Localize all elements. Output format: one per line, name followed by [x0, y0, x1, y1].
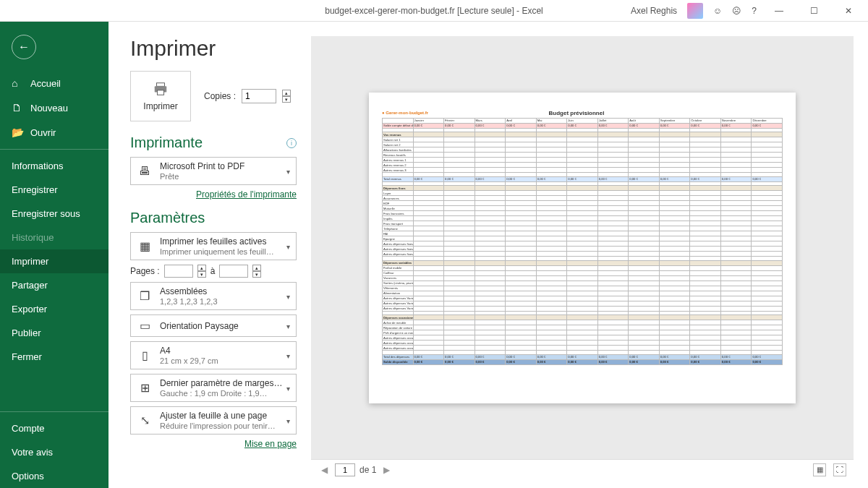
chevron-down-icon: ▾ [286, 242, 290, 250]
print-settings-panel: Imprimer Imprimer Copies : ▴ ▾ Imprimant… [109, 22, 311, 488]
nav-account[interactable]: Compte [0, 416, 109, 440]
chevron-down-icon: ▾ [286, 351, 290, 359]
document-title: budget-excel-gerer-mon-budget.fr [Lectur… [325, 6, 542, 16]
scaling-selector[interactable]: ⤡ Ajuster la feuille à une page Réduire … [130, 406, 297, 435]
nav-print[interactable]: Imprimer [0, 249, 109, 273]
printer-selector[interactable]: 🖶 Microsoft Print to PDF Prête ▾ [130, 157, 297, 185]
nav-new[interactable]: 🗋Nouveau [0, 95, 109, 120]
nav-history: Historique [0, 226, 109, 249]
feedback-sad-icon[interactable]: ☹ [732, 6, 741, 16]
paper-size-selector[interactable]: ▯ A4 21 cm x 29,7 cm ▾ [130, 341, 297, 369]
user-name: Axel Reghis [631, 6, 677, 16]
nav-feedback[interactable]: Votre avis [0, 440, 109, 464]
margins-icon: ⊞ [137, 381, 153, 395]
prev-page-button[interactable]: ◀ [318, 465, 331, 475]
pages-to-up[interactable]: ▴ [252, 265, 261, 271]
pages-from-down[interactable]: ▾ [197, 271, 206, 278]
nav-info[interactable]: Informations [0, 154, 109, 178]
svg-rect-2 [157, 90, 163, 95]
chevron-down-icon: ▾ [286, 384, 290, 392]
backstage-sidebar: ← ⌂Accueil🗋Nouveau📂Ouvrir InformationsEn… [0, 22, 109, 488]
printer-info-icon[interactable]: i [286, 138, 297, 148]
copies-up[interactable]: ▴ [282, 90, 291, 96]
title-bar: budget-excel-gerer-mon-budget.fr [Lectur… [0, 0, 868, 22]
pages-label: Pages : [130, 266, 160, 276]
preview-footer: ◀ de 1 ▶ ▦ ⛶ [311, 459, 854, 479]
nav-options[interactable]: Options [0, 464, 109, 488]
collate-icon: ❐ [137, 289, 153, 303]
minimize-button[interactable]: — [767, 6, 791, 16]
pages-from-input[interactable] [164, 265, 193, 278]
pages-to-input[interactable] [219, 265, 248, 278]
nav-saveas[interactable]: Enregistrer sous [0, 202, 109, 226]
help-icon[interactable]: ? [752, 6, 757, 16]
page-heading: Imprimer [130, 36, 297, 61]
paper-icon: ▯ [137, 348, 153, 362]
collate-selector[interactable]: ❐ Assemblées 1,2,3 1,2,3 1,2,3 ▾ [130, 282, 297, 310]
print-what-selector[interactable]: ▦ Imprimer les feuilles actives Imprimer… [130, 232, 297, 260]
show-margins-button[interactable]: ▦ [813, 463, 826, 476]
print-preview: ● Gerer-mon-budget.fr Budget prévisionne… [311, 36, 854, 479]
pages-from-up[interactable]: ▴ [197, 265, 206, 271]
printer-heading: Imprimante [130, 134, 203, 151]
svg-rect-0 [157, 83, 165, 87]
pages-to-down[interactable]: ▾ [252, 271, 261, 278]
nav-publish[interactable]: Publier [0, 321, 109, 345]
printer-device-icon: 🖶 [137, 165, 153, 178]
orientation-icon: ▭ [137, 319, 153, 333]
copies-input[interactable] [242, 89, 276, 103]
page-setup-link[interactable]: Mise en page [130, 439, 297, 449]
next-page-button[interactable]: ▶ [380, 465, 393, 475]
orientation-selector[interactable]: ▭ Orientation Paysage ▾ [130, 314, 297, 337]
printer-properties-link[interactable]: Propriétés de l'imprimante [130, 189, 297, 200]
print-button[interactable]: Imprimer [130, 71, 191, 121]
chevron-down-icon: ▾ [286, 292, 290, 300]
margins-selector[interactable]: ⊞ Dernier paramètre de marges… Gauche : … [130, 374, 297, 402]
feedback-happy-icon[interactable]: ☺ [713, 6, 722, 16]
nav-close[interactable]: Fermer [0, 345, 109, 369]
copies-label: Copies : [204, 91, 236, 101]
nav-home[interactable]: ⌂Accueil [0, 71, 109, 95]
close-button[interactable]: ✕ [836, 6, 861, 16]
chevron-down-icon: ▾ [286, 167, 290, 175]
copies-down[interactable]: ▾ [282, 96, 291, 103]
user-avatar[interactable] [687, 3, 703, 19]
chevron-down-icon: ▾ [286, 322, 290, 330]
maximize-button[interactable]: ☐ [801, 6, 826, 16]
fit-icon: ⤡ [137, 414, 153, 427]
nav-export[interactable]: Exporter [0, 297, 109, 321]
nav-share[interactable]: Partager [0, 273, 109, 297]
chevron-down-icon: ▾ [286, 416, 290, 424]
zoom-to-page-button[interactable]: ⛶ [833, 463, 846, 476]
sheets-icon: ▦ [137, 239, 153, 253]
back-button[interactable]: ← [12, 35, 36, 59]
settings-heading: Paramètres [130, 210, 205, 226]
page-number-input[interactable] [335, 463, 355, 476]
nav-open[interactable]: 📂Ouvrir [0, 120, 109, 145]
preview-page: ● Gerer-mon-budget.fr Budget prévisionne… [369, 93, 796, 403]
printer-icon [150, 81, 171, 97]
nav-save[interactable]: Enregistrer [0, 178, 109, 202]
